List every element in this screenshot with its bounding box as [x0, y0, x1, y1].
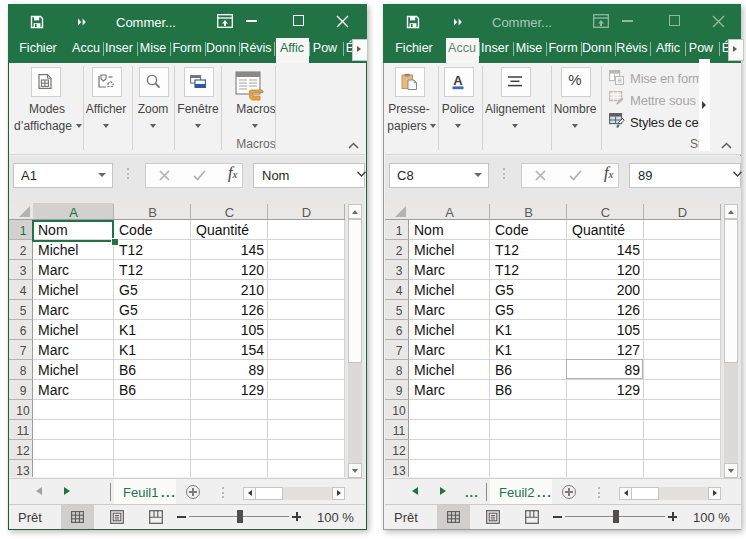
- svg-text:A: A: [453, 73, 463, 88]
